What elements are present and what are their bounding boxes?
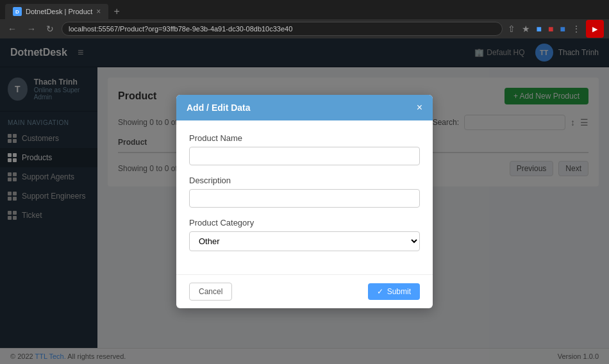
tab-bar: D DotnetDesk | Product × + xyxy=(0,0,609,19)
product-name-label: Product Name xyxy=(189,133,420,143)
browser-chrome: D DotnetDesk | Product × + ← → ↻ localho… xyxy=(0,0,609,38)
submit-button[interactable]: ✓ Submit xyxy=(368,283,420,300)
browser-toolbar: ← → ↻ localhost:55567/Product?org=93ffb7… xyxy=(0,19,609,38)
submit-label: Submit xyxy=(387,287,411,296)
browser-action-icons: ⇧ ★ ■ ■ ■ ⋮ xyxy=(508,24,581,34)
extension-icon-2[interactable]: ■ xyxy=(548,24,553,34)
share-icon[interactable]: ⇧ xyxy=(508,24,515,34)
modal-overlay: Add / Edit Data × Product Name Descripti… xyxy=(0,38,609,364)
modal-title: Add / Edit Data xyxy=(187,103,251,113)
menu-icon[interactable]: ⋮ xyxy=(572,24,581,34)
bookmark-icon[interactable]: ★ xyxy=(522,24,530,34)
description-input[interactable] xyxy=(189,189,420,208)
description-group: Description xyxy=(189,176,420,208)
modal-body: Product Name Description Product Categor… xyxy=(176,120,433,274)
tab-close-button[interactable]: × xyxy=(96,7,101,16)
description-label: Description xyxy=(189,176,420,185)
address-text: localhost:55567/Product?org=93ffb78e-9e3… xyxy=(69,25,292,33)
modal-close-button[interactable]: × xyxy=(417,103,422,113)
reload-button[interactable]: ↻ xyxy=(44,22,56,35)
extension-icon-1[interactable]: ■ xyxy=(537,24,542,34)
tab-title: DotnetDesk | Product xyxy=(26,8,92,15)
forward-button[interactable]: → xyxy=(24,22,38,35)
modal-header: Add / Edit Data × xyxy=(176,95,433,120)
submit-icon: ✓ xyxy=(377,287,383,296)
new-tab-button[interactable]: + xyxy=(108,6,124,17)
modal-footer: Cancel ✓ Submit xyxy=(176,274,433,308)
product-name-input[interactable] xyxy=(189,147,420,165)
active-tab[interactable]: D DotnetDesk | Product × xyxy=(5,4,108,19)
browser-logo: ▶ xyxy=(586,20,604,38)
address-bar[interactable]: localhost:55567/Product?org=93ffb78e-9e3… xyxy=(62,22,503,36)
category-select[interactable]: Other Software Hardware Service xyxy=(189,231,420,251)
extension-icon-3[interactable]: ■ xyxy=(560,24,565,34)
cancel-button[interactable]: Cancel xyxy=(189,283,232,301)
modal-dialog: Add / Edit Data × Product Name Descripti… xyxy=(176,95,433,308)
product-name-group: Product Name xyxy=(189,133,420,165)
tab-favicon: D xyxy=(13,7,22,16)
category-group: Product Category Other Software Hardware… xyxy=(189,218,420,251)
category-label: Product Category xyxy=(189,218,420,228)
back-button[interactable]: ← xyxy=(5,22,19,35)
